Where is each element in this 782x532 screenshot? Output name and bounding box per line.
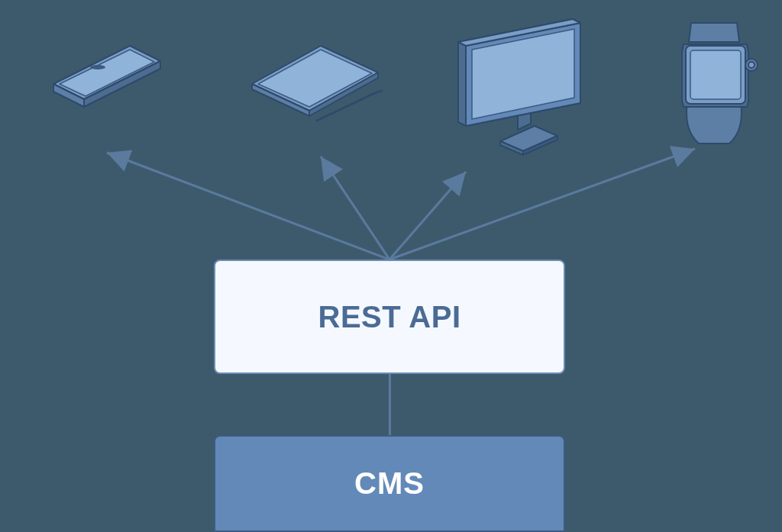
device-monitor <box>428 8 603 160</box>
cms-label: CMS <box>354 466 425 501</box>
smartphone-icon <box>31 31 183 137</box>
smartwatch-icon <box>649 15 771 153</box>
device-watch <box>649 15 771 153</box>
monitor-icon <box>428 8 603 160</box>
rest-api-label: REST API <box>318 300 461 334</box>
svg-marker-19 <box>689 23 739 42</box>
rest-api-box: REST API <box>214 260 565 374</box>
cms-box: CMS <box>214 435 565 532</box>
device-phone <box>31 31 183 137</box>
arrow-to-phone <box>107 153 389 260</box>
arrow-to-tablet <box>321 156 389 260</box>
tablet-icon <box>237 31 389 137</box>
device-tablet <box>237 31 389 137</box>
svg-rect-22 <box>690 50 741 99</box>
arrow-to-watch <box>389 149 695 260</box>
arrow-to-monitor <box>389 172 466 260</box>
svg-point-4 <box>90 65 105 69</box>
svg-marker-10 <box>378 89 383 93</box>
connector-line <box>389 374 391 435</box>
svg-point-24 <box>748 62 755 68</box>
